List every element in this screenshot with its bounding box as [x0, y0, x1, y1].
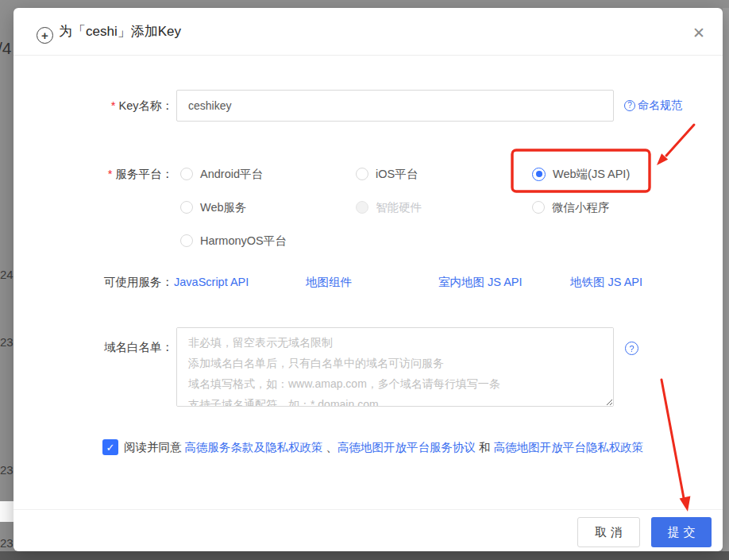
- service-link-javascript-api[interactable]: JavaScript API: [174, 266, 249, 298]
- bg-text-fragment: 23: [0, 464, 14, 476]
- bg-text-fragment: 23: [0, 537, 14, 549]
- question-circle-icon[interactable]: ?: [625, 342, 638, 355]
- radio-circle-icon: [532, 168, 546, 181]
- bg-text-fragment: 23: [0, 336, 14, 348]
- question-circle-icon: ?: [624, 100, 635, 111]
- domain-whitelist-textarea[interactable]: [176, 327, 614, 407]
- platform-label: *服务平台：: [14, 158, 173, 190]
- naming-rules-link[interactable]: ? 命名规范: [624, 90, 682, 122]
- radio-label: Web服务: [200, 200, 247, 215]
- radio-label: 智能硬件: [376, 200, 422, 215]
- terms-link-3[interactable]: 高德地图开放平台隐私权政策: [494, 441, 644, 454]
- agreement-row: ✓ 阅读并同意 高德服务条款及隐私权政策 、高德地图开放平台服务协议 和 高德地…: [14, 431, 723, 463]
- radio-label: Web端(JS API): [553, 167, 630, 182]
- submit-button[interactable]: 提交: [651, 517, 712, 547]
- radio-label: 微信小程序: [552, 200, 610, 215]
- terms-link-1[interactable]: 高德服务条款及隐私权政策: [185, 441, 323, 454]
- service-link-map-component[interactable]: 地图组件: [306, 266, 352, 298]
- add-key-dialog: + 为「ceshi」添加Key ✕ *Key名称： ? 命名规范 *服务平台： …: [14, 8, 723, 551]
- services-label: 可使用服务：: [14, 266, 173, 298]
- close-icon[interactable]: ✕: [690, 24, 708, 41]
- radio-web-js-api[interactable]: Web端(JS API): [532, 158, 630, 190]
- agreement-checkbox[interactable]: ✓: [102, 439, 118, 455]
- radio-harmonyos[interactable]: HarmonyOS平台: [180, 225, 287, 257]
- overlay-right: [723, 8, 729, 551]
- bg-row-fragment: [0, 501, 14, 522]
- bg-text-fragment: 24: [0, 268, 14, 280]
- agreement-text: 阅读并同意 高德服务条款及隐私权政策 、高德地图开放平台服务协议 和 高德地图开…: [124, 431, 643, 463]
- dialog-header: + 为「ceshi」添加Key ✕: [14, 8, 723, 56]
- required-mark: *: [111, 99, 116, 112]
- radio-circle-icon: [180, 201, 193, 214]
- circle-plus-icon: +: [37, 27, 53, 44]
- overlay-bottom: [0, 551, 729, 560]
- radio-circle-icon: [532, 201, 545, 214]
- check-icon: ✓: [106, 442, 115, 454]
- overlay-left: /4 24 23 23 23: [0, 8, 14, 551]
- whitelist-label: 域名白名单：: [14, 335, 173, 359]
- key-name-label: *Key名称：: [14, 90, 173, 122]
- radio-ios[interactable]: iOS平台: [356, 158, 418, 190]
- radio-wechat-miniprogram[interactable]: 微信小程序: [532, 191, 610, 223]
- terms-link-2[interactable]: 高德地图开放平台服务协议: [338, 441, 476, 454]
- footer-divider: [14, 509, 723, 510]
- bg-text-fragment: /4: [0, 40, 12, 56]
- service-link-subway-map[interactable]: 地铁图 JS API: [570, 266, 642, 298]
- radio-circle-icon: [356, 201, 368, 214]
- naming-rules-label: 命名规范: [638, 98, 682, 113]
- service-link-indoor-map[interactable]: 室内地图 JS API: [438, 266, 523, 298]
- key-name-input[interactable]: [176, 90, 614, 122]
- radio-android[interactable]: Android平台: [180, 158, 263, 190]
- radio-web-service[interactable]: Web服务: [180, 191, 247, 223]
- required-mark: *: [108, 168, 113, 180]
- radio-circle-icon: [180, 168, 193, 180]
- radio-label: HarmonyOS平台: [200, 234, 287, 249]
- radio-label: iOS平台: [376, 167, 418, 182]
- screen: /4 24 23 23 23 + 为「ceshi」添加Key ✕ *Key名称：…: [0, 0, 729, 560]
- overlay-top: [0, 0, 729, 8]
- radio-label: Android平台: [200, 167, 263, 182]
- radio-smart-hardware: 智能硬件: [356, 191, 422, 223]
- cancel-button[interactable]: 取消: [577, 517, 640, 547]
- dialog-title: 为「ceshi」添加Key: [59, 8, 181, 56]
- radio-circle-icon: [356, 168, 368, 180]
- radio-circle-icon: [180, 234, 193, 247]
